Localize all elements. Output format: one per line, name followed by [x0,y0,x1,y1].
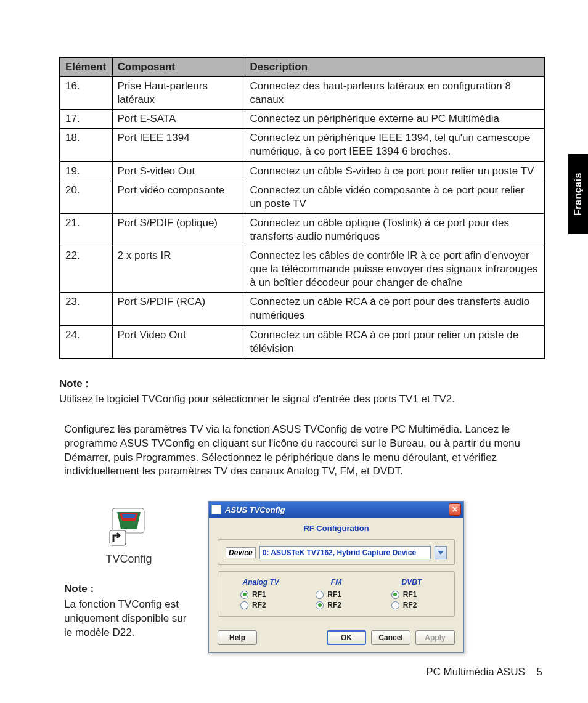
cell-element: 16. [60,77,112,110]
cell-component: Port vidéo composante [112,181,245,213]
cell-description: Connectez un câble RCA à ce port pour de… [245,293,544,325]
table-row: 18.Port IEEE 1394Connectez un périphériq… [60,129,544,161]
table-row: 21.Port S/PDIF (optique)Connectez un câb… [60,213,544,246]
cell-component: Prise Haut-parleurs latéraux [112,77,245,110]
cell-component: Port IEEE 1394 [112,129,245,161]
radio-indicator [240,601,248,609]
table-row: 17.Port E-SATAConnectez un périphérique … [60,110,544,129]
radio-option[interactable]: RF1 [240,590,296,599]
radio-label: RF2 [252,601,266,609]
rf-column: FMRF1RF2 [301,578,371,611]
cell-description: Connectez un périphérique externe au PC … [245,110,544,129]
note-text: Utilisez le logiciel TVConfig pour sélec… [59,392,545,407]
rf-column-header: FM [301,578,371,587]
note-block-2: Note : La fonction TVConfig est uniqueme… [64,583,194,640]
cell-description: Connectez un câble RCA à ce port pour re… [245,325,544,359]
cell-description: Connectez un périphérique IEEE 1394, tel… [245,129,544,161]
radio-indicator [391,601,399,609]
cell-element: 23. [60,293,112,325]
rf-column-header: DVBT [377,578,447,587]
radio-option[interactable]: RF1 [316,590,371,599]
cell-element: 18. [60,129,112,161]
close-icon: ✕ [452,505,458,514]
note-label: Note : [64,583,194,595]
radio-label: RF1 [252,590,266,599]
cell-element: 17. [60,110,112,129]
rf-column-header: Analog TV [226,578,296,587]
cell-component: Port S-video Out [112,161,245,181]
radio-option[interactable]: RF1 [391,590,447,599]
device-label: Device [226,547,256,558]
table-row: 22.2 x ports IRConnectez les câbles de c… [60,246,544,293]
dialog-title: ASUS TVConfig [225,505,449,514]
col-header-component: Composant [112,57,245,77]
shortcut-icon-label: TVConfig [89,553,169,566]
table-row: 20.Port vidéo composanteConnectez un câb… [60,181,544,213]
rf-column: DVBTRF1RF2 [377,578,447,611]
table-row: 16.Prise Haut-parleurs latérauxConnectez… [60,77,544,110]
dialog-titlebar: ASUS TVConfig ✕ [209,502,463,518]
col-header-element: Elément [60,57,112,77]
components-table: Elément Composant Description 16.Prise H… [59,57,545,359]
page-number: 5 [537,666,542,678]
dialog-section-title: RF Configuration [218,524,455,533]
radio-indicator [316,591,324,599]
radio-label: RF1 [403,590,417,599]
cell-description: Connectez les câbles de contrôle IR à ce… [245,246,544,293]
table-row: 23.Port S/PDIF (RCA)Connectez un câble R… [60,293,544,325]
cell-element: 24. [60,325,112,359]
rf-fieldset: Analog TVRF1RF2FMRF1RF2DVBTRF1RF2 [218,571,455,617]
cell-element: 21. [60,213,112,246]
instruction-paragraph: Configurez les paramètres TV via la fonc… [59,423,545,479]
table-header-row: Elément Composant Description [60,57,544,77]
radio-option[interactable]: RF2 [391,601,447,609]
cell-component: Port Video Out [112,325,245,359]
radio-indicator [240,591,248,599]
apply-button[interactable]: Apply [415,630,455,645]
cell-description: Connectez un câble optique (Toslink) à c… [245,213,544,246]
dialog-app-icon [211,505,221,514]
cell-component: Port S/PDIF (optique) [112,213,245,246]
rf-column: Analog TVRF1RF2 [226,578,296,611]
radio-indicator [316,601,324,609]
footer-title: PC Multimédia ASUS [426,666,525,678]
cell-description: Connectez des haut-parleurs latéraux en … [245,77,544,110]
radio-indicator [391,591,399,599]
help-button[interactable]: Help [218,630,257,645]
radio-label: RF1 [327,590,341,599]
note-label: Note : [59,378,89,389]
cancel-button[interactable]: Cancel [371,630,410,645]
close-button[interactable]: ✕ [449,503,461,516]
device-select[interactable]: 0: ASUSTeK TV7162, Hybrid Capture Device [259,546,431,559]
cell-component: Port S/PDIF (RCA) [112,293,245,325]
cell-element: 19. [60,161,112,181]
tvconfig-shortcut-icon: TVConfig [89,501,169,566]
table-row: 19.Port S-video OutConnectez un câble S-… [60,161,544,181]
cell-element: 20. [60,181,112,213]
radio-label: RF2 [403,601,417,609]
tvconfig-dialog: ASUS TVConfig ✕ RF Configuration Device … [208,501,464,653]
cell-element: 22. [60,246,112,293]
page-footer: PC Multimédia ASUS 5 [426,666,542,678]
table-row: 24.Port Video OutConnectez un câble RCA … [60,325,544,359]
svg-marker-5 [438,551,444,555]
note-text: La fonction TVConfig est uniquement disp… [64,598,194,640]
chevron-down-icon [438,551,444,555]
cell-component: Port E-SATA [112,110,245,129]
note-block-1: Note : Utilisez le logiciel TVConfig pou… [59,378,545,407]
cell-component: 2 x ports IR [112,246,245,293]
svg-marker-3 [122,514,136,518]
language-side-tab: Français [568,154,588,234]
cell-description: Connectez un câble vidéo composante à ce… [245,181,544,213]
radio-option[interactable]: RF2 [316,601,371,609]
device-fieldset: Device 0: ASUSTeK TV7162, Hybrid Capture… [218,539,455,565]
ok-button[interactable]: OK [327,630,366,645]
radio-label: RF2 [327,601,341,609]
device-select-arrow[interactable] [435,546,447,559]
col-header-description: Description [245,57,544,77]
cell-description: Connectez un câble S-video à ce port pou… [245,161,544,181]
radio-option[interactable]: RF2 [240,601,296,609]
